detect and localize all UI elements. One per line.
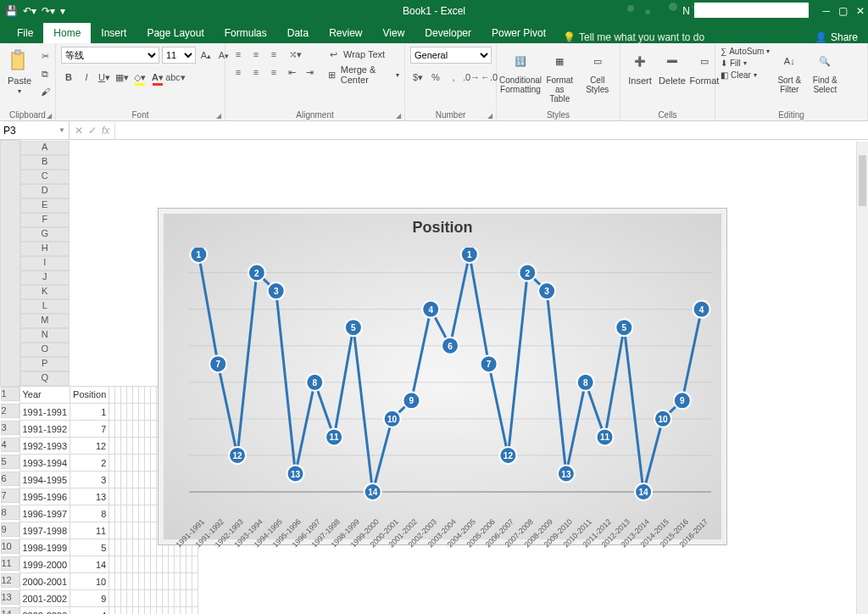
cell-N12[interactable] <box>175 573 181 590</box>
cell-A14[interactable]: 2002-2003 <box>19 607 70 615</box>
cell-D8[interactable] <box>115 505 121 522</box>
align-middle-icon[interactable]: ≡ <box>248 47 264 62</box>
row-header-6[interactable]: 6 <box>1 472 19 486</box>
qat-custom-icon[interactable]: ▾ <box>60 5 65 17</box>
col-header-Q[interactable]: Q <box>20 371 70 386</box>
cell-F1[interactable] <box>127 386 133 404</box>
cell-J9[interactable] <box>151 522 157 539</box>
row-header-12[interactable]: 12 <box>1 573 19 588</box>
cell-D3[interactable] <box>115 421 121 438</box>
enter-formula-icon[interactable]: ✓ <box>88 125 97 137</box>
cell-J11[interactable] <box>151 556 157 573</box>
cell-E1[interactable] <box>121 386 127 404</box>
row-14[interactable]: 142002-20034 <box>1 607 198 615</box>
cell-F4[interactable] <box>127 438 133 455</box>
cell-N14[interactable] <box>175 607 181 615</box>
cell-I13[interactable] <box>145 590 151 607</box>
cell-G13[interactable] <box>133 590 139 607</box>
cell-K12[interactable] <box>157 573 163 590</box>
cell-H12[interactable] <box>139 573 145 590</box>
cell-G9[interactable] <box>133 522 139 539</box>
cell-C13[interactable] <box>109 590 115 607</box>
cut-icon[interactable]: ✂ <box>37 48 53 64</box>
tab-view[interactable]: View <box>373 23 415 43</box>
cell-D4[interactable] <box>115 438 121 455</box>
cell-J14[interactable] <box>151 607 157 615</box>
cell-J7[interactable] <box>151 488 157 505</box>
cell-B14[interactable]: 4 <box>70 607 109 615</box>
minimize-icon[interactable]: ─ <box>822 5 830 17</box>
cell-E5[interactable] <box>121 455 127 472</box>
cell-J13[interactable] <box>151 590 157 607</box>
cell-G11[interactable] <box>133 556 139 573</box>
col-header-A[interactable]: A <box>20 141 70 155</box>
cell-Q11[interactable] <box>192 556 198 573</box>
tab-insert[interactable]: Insert <box>91 23 136 43</box>
cell-D7[interactable] <box>115 488 121 505</box>
cell-A2[interactable]: 1991-1991 <box>19 404 70 421</box>
cell-P13[interactable] <box>186 590 192 607</box>
cell-A10[interactable]: 1998-1999 <box>19 539 70 556</box>
align-top-icon[interactable]: ≡ <box>231 47 246 62</box>
cell-B2[interactable]: 1 <box>70 404 109 421</box>
undo-icon[interactable]: ↶▾ <box>23 5 36 17</box>
dialog-launcher-icon[interactable]: ◢ <box>396 112 401 120</box>
cell-F3[interactable] <box>127 421 133 438</box>
col-header-D[interactable]: D <box>20 184 70 198</box>
cell-B12[interactable]: 10 <box>70 573 109 590</box>
delete-cells-button[interactable]: ➖Delete <box>658 47 687 87</box>
increase-indent-icon[interactable]: ⇥ <box>302 64 317 80</box>
row-12[interactable]: 122000-200110 <box>1 573 198 590</box>
cell-Q14[interactable] <box>192 607 198 615</box>
decrease-indent-icon[interactable]: ⇤ <box>284 64 299 80</box>
format-as-table-button[interactable]: ▦Format as Table <box>542 47 577 105</box>
find-select-button[interactable]: 🔍Find & Select <box>809 47 841 96</box>
cell-B9[interactable]: 11 <box>70 522 109 539</box>
cell-G7[interactable] <box>133 488 139 505</box>
col-header-H[interactable]: H <box>20 242 70 256</box>
cell-J2[interactable] <box>151 404 157 421</box>
cell-E13[interactable] <box>121 590 127 607</box>
comma-icon[interactable]: , <box>446 70 461 85</box>
cell-C10[interactable] <box>109 539 115 556</box>
cell-F2[interactable] <box>127 404 133 421</box>
redo-icon[interactable]: ↷▾ <box>42 5 55 17</box>
sort-filter-button[interactable]: A↓Sort & Filter <box>773 47 805 96</box>
cell-B13[interactable]: 9 <box>70 590 109 607</box>
col-header-J[interactable]: J <box>20 271 70 285</box>
cell-O13[interactable] <box>181 590 186 607</box>
cell-J5[interactable] <box>151 455 157 472</box>
tell-me-input[interactable]: 💡 Tell me what you want to do <box>563 31 704 43</box>
row-header-3[interactable]: 3 <box>1 421 19 435</box>
align-left-icon[interactable]: ≡ <box>231 64 246 80</box>
cell-M14[interactable] <box>169 607 175 615</box>
cell-B8[interactable]: 8 <box>70 505 109 522</box>
cell-C6[interactable] <box>109 472 115 488</box>
cell-I14[interactable] <box>145 607 151 615</box>
cell-J10[interactable] <box>151 539 157 556</box>
cell-D11[interactable] <box>115 556 121 573</box>
maximize-icon[interactable]: ▢ <box>838 5 848 17</box>
col-header-M[interactable]: M <box>20 314 70 328</box>
cancel-formula-icon[interactable]: ✕ <box>75 125 83 137</box>
cell-J6[interactable] <box>151 472 157 488</box>
col-header-K[interactable]: K <box>20 285 70 299</box>
cell-O11[interactable] <box>181 556 186 573</box>
cell-G12[interactable] <box>133 573 139 590</box>
cell-C5[interactable] <box>109 455 115 472</box>
cell-A6[interactable]: 1994-1995 <box>19 472 70 488</box>
cell-L14[interactable] <box>163 607 169 615</box>
cell-Q13[interactable] <box>192 590 198 607</box>
cell-L13[interactable] <box>163 590 169 607</box>
row-header-10[interactable]: 10 <box>1 539 19 554</box>
cell-C14[interactable] <box>109 607 115 615</box>
format-cells-button[interactable]: ▭Format <box>690 47 719 87</box>
currency-icon[interactable]: $▾ <box>410 70 426 85</box>
cell-E10[interactable] <box>121 539 127 556</box>
cell-K13[interactable] <box>157 590 163 607</box>
cell-K11[interactable] <box>157 556 163 573</box>
cell-E4[interactable] <box>121 438 127 455</box>
cell-H6[interactable] <box>139 472 145 488</box>
cell-A8[interactable]: 1996-1997 <box>19 505 70 522</box>
cell-H8[interactable] <box>139 505 145 522</box>
